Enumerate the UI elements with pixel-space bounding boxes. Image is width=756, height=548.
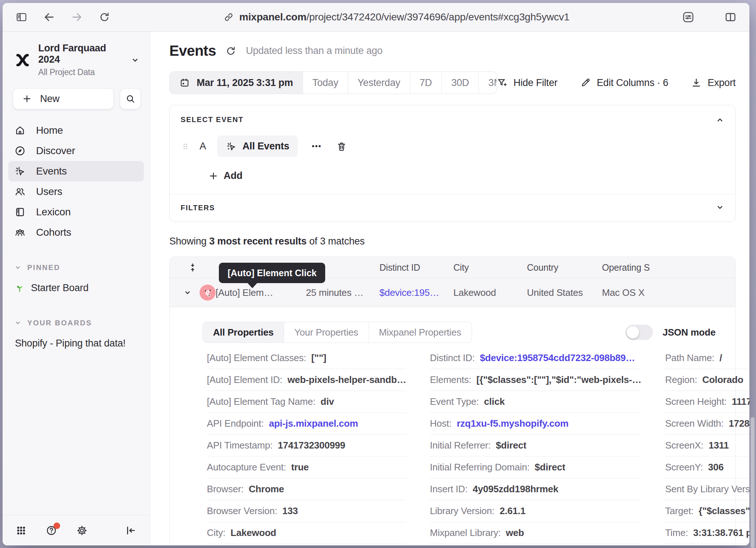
add-event-button[interactable]: Add — [208, 170, 724, 181]
sidebar-item-cohorts[interactable]: Cohorts — [8, 222, 144, 243]
split-view-icon[interactable] — [722, 9, 739, 25]
link-icon — [223, 12, 234, 23]
expand-filters-icon[interactable] — [715, 202, 725, 212]
property-value: 1311 — [709, 440, 729, 451]
property-label: API Timestamp: — [207, 440, 273, 451]
property-row: Initial Referring Domain:$direct — [430, 457, 641, 478]
property-label: Browser Version: — [207, 505, 277, 517]
all-events-chip[interactable]: All Events — [217, 136, 298, 157]
search-button[interactable] — [120, 88, 141, 109]
property-label: Mixpanel Library: — [430, 527, 501, 539]
board-item-shopify[interactable]: Shopify - Piping that data! — [8, 333, 144, 353]
event-row-letter: A — [200, 141, 206, 152]
chevron-down-icon — [13, 263, 22, 272]
hide-filter-button[interactable]: Hide Filter — [497, 77, 558, 89]
property-label: [Auto] Element Tag Name: — [207, 396, 315, 407]
sidebar-nav: Home Discover Events Users Lexicon — [3, 120, 150, 243]
collapse-rows-icon[interactable] — [170, 262, 216, 273]
sidebar-toggle-icon[interactable] — [13, 9, 29, 25]
property-label: Autocapture Event: — [207, 462, 286, 473]
refresh-icon[interactable] — [225, 46, 236, 56]
range-7d[interactable]: 7D — [410, 72, 441, 94]
tab-all-properties[interactable]: All Properties — [203, 322, 284, 342]
property-label: Screen Width: — [665, 418, 724, 429]
forward-button[interactable] — [69, 9, 85, 25]
row-more-menu[interactable]: ••• — [685, 289, 749, 297]
page-title: Events — [169, 43, 216, 59]
property-value: Colorado — [702, 374, 744, 385]
export-button[interactable]: Export — [691, 77, 736, 89]
url-text: mixpanel.com/project/3472420/view/397469… — [239, 11, 570, 23]
sidebar-item-events[interactable]: Events — [8, 161, 144, 181]
range-3m[interactable]: 3M — [479, 72, 497, 94]
property-value-link[interactable]: api-js.mixpanel.com — [269, 418, 358, 429]
range-yesterday[interactable]: Yesterday — [348, 72, 410, 94]
address-bar[interactable]: mixpanel.com/project/3472420/view/397469… — [113, 11, 680, 23]
property-value-link[interactable]: $device:1958754cdd7232-098b89… — [480, 352, 635, 364]
sidebar-item-home[interactable]: Home — [8, 120, 144, 141]
edit-columns-button[interactable]: Edit Columns · 6 — [580, 77, 668, 89]
property-value: web-pixels-helper-sandb… — [287, 374, 406, 385]
json-mode-toggle[interactable] — [625, 325, 653, 340]
tab-your-properties[interactable]: Your Properties — [284, 322, 368, 342]
property-value: web — [506, 527, 524, 539]
column-header-distinct-id[interactable]: Distinct ID — [379, 262, 453, 273]
sidebar-item-lexicon[interactable]: Lexicon — [8, 202, 144, 222]
download-icon — [691, 77, 702, 88]
range-30d[interactable]: 30D — [441, 72, 479, 94]
help-icon[interactable] — [46, 525, 57, 536]
expand-row-chevron-icon[interactable] — [183, 288, 192, 297]
event-more-menu[interactable]: ••• — [312, 142, 322, 150]
sidebar: Lord Farquaad 2024 All Project Data New — [3, 32, 150, 545]
pinned-item-starter-board[interactable]: Starter Board — [8, 278, 144, 298]
your-boards-section-header[interactable]: YOUR BOARDS — [8, 316, 144, 330]
property-value: 1117 — [732, 396, 749, 407]
new-button[interactable]: New — [13, 88, 114, 109]
property-row: Screen Width:1728 — [665, 413, 749, 435]
date-range-control: Mar 11, 2025 3:31 pm Today Yesterday 7D … — [169, 71, 497, 94]
search-icon — [125, 94, 135, 104]
trash-icon[interactable] — [336, 141, 347, 152]
customize-controls-icon[interactable] — [680, 9, 696, 25]
column-header-country[interactable]: Country — [527, 262, 602, 273]
pinned-section-header[interactable]: PINNED — [8, 260, 144, 275]
property-row: Time Processed (UTC):10:31:41.070 pm, Tu… — [665, 544, 749, 545]
property-value-link[interactable]: rzq1xu-f5.myshopify.com — [457, 418, 568, 429]
project-switcher[interactable]: Lord Farquaad 2024 All Project Data — [3, 43, 150, 77]
range-today[interactable]: Today — [303, 72, 348, 94]
results-summary: Showing 3 most recent results of 3 match… — [169, 236, 736, 247]
edit-columns-label: Edit Columns · 6 — [597, 77, 668, 89]
property-row: [Auto] Element Classes:[""] — [207, 347, 406, 369]
sidebar-item-label: Cohorts — [36, 227, 71, 238]
column-header-os[interactable]: Operating S — [602, 262, 685, 273]
back-button[interactable] — [41, 9, 57, 25]
sidebar-item-users[interactable]: Users — [8, 181, 144, 202]
json-mode-label: JSON mode — [662, 327, 716, 338]
sidebar-item-discover[interactable]: Discover — [8, 141, 144, 161]
property-row: Event Type:click — [430, 391, 641, 413]
users-icon — [14, 186, 26, 197]
date-picker[interactable]: Mar 11, 2025 3:31 pm — [170, 72, 303, 94]
property-row: API Endpoint:api-js.mixpanel.com — [207, 413, 406, 435]
sidebar-item-label: Home — [36, 125, 63, 136]
cell-distinct-id[interactable]: $device:195… — [379, 287, 453, 298]
property-row: Autocapture Event:true — [207, 457, 406, 478]
cell-time: 25 minutes … — [306, 287, 379, 298]
notification-dot — [54, 522, 60, 529]
column-header-city[interactable]: City — [453, 262, 527, 273]
cell-event-name: [Auto] Elem… — [216, 287, 306, 298]
collapse-sidebar-icon[interactable] — [125, 525, 137, 536]
property-value: 133 — [282, 505, 298, 517]
tab-mixpanel-properties[interactable]: Mixpanel Properties — [369, 322, 472, 342]
gear-icon[interactable] — [76, 525, 88, 536]
property-label: Time: — [665, 527, 688, 539]
desktop-scrollbar[interactable] — [751, 417, 755, 548]
lexicon-book-icon — [14, 206, 26, 218]
apps-grid-icon[interactable] — [16, 525, 27, 536]
collapse-section-icon[interactable] — [715, 115, 725, 125]
drag-handle-icon[interactable] — [181, 141, 190, 152]
reload-button[interactable] — [97, 9, 113, 25]
chevron-down-icon — [130, 55, 140, 65]
event-avatar — [200, 285, 216, 301]
pinned-item-label: Starter Board — [31, 282, 88, 294]
